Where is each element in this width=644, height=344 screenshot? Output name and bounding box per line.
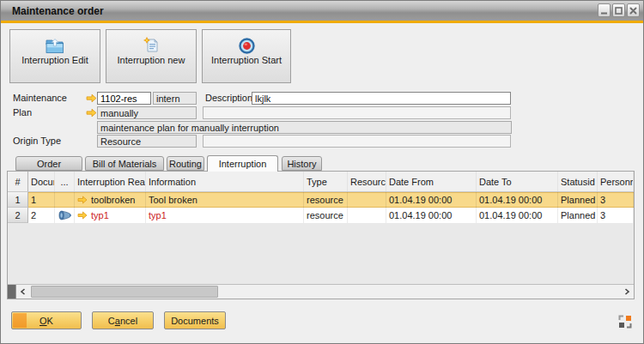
plan-link-arrow-icon[interactable]	[86, 108, 97, 118]
cancel-button[interactable]: Cancel	[92, 311, 154, 329]
maintenance-type-field: intern	[153, 92, 197, 105]
ok-button[interactable]: OK	[11, 311, 82, 329]
maintenance-link-arrow-icon[interactable]	[86, 94, 97, 103]
personnel-cell: 3	[598, 192, 634, 208]
date-to-cell: 01.04.19 00:00	[477, 208, 558, 223]
close-icon	[629, 6, 638, 15]
resource-cell	[348, 192, 386, 208]
link-arrow-icon[interactable]	[77, 196, 88, 204]
origin-type-field: Resource	[97, 135, 197, 148]
maintenance-order-window: Maintenance order Interruption Edit	[0, 0, 644, 344]
col-header-type: Type	[304, 172, 348, 191]
date-to-cell: 01.04.19 00:00	[477, 192, 558, 208]
row-number-cell: 2	[8, 208, 28, 223]
row-icon-cell	[55, 192, 75, 208]
megaphone-icon	[55, 208, 75, 223]
personnel-cell: 3	[598, 208, 634, 223]
col-header-resource: Resource	[348, 172, 386, 191]
document-cell: 2	[28, 208, 55, 223]
type-cell: resource	[304, 208, 348, 223]
description-field[interactable]: lkjlk	[252, 92, 511, 105]
tab-order[interactable]: Order	[15, 156, 82, 171]
table-row[interactable]: 2 2 typ1 typ1 resource 01.04.19 00:00 01…	[8, 208, 634, 223]
origin-type-label: Origin Type	[13, 135, 61, 148]
scrollbar-thumb[interactable]	[31, 286, 218, 298]
chevron-left-icon	[20, 288, 27, 295]
horizontal-scrollbar[interactable]	[8, 284, 634, 299]
statusid-cell: Planned	[558, 192, 598, 208]
default-button-indicator	[13, 313, 27, 328]
plan-note-field: maintenance plan for manually interrupti…	[97, 121, 512, 134]
col-header-ellipsis: ...	[55, 172, 75, 191]
plan-label: Plan	[13, 106, 32, 119]
documents-button[interactable]: Documents	[164, 311, 226, 329]
plan-extra-field	[203, 106, 511, 119]
col-header-information: Information	[146, 172, 304, 191]
col-header-interruption-reason: Interruption Reaso	[75, 172, 146, 191]
chevron-right-icon	[623, 288, 630, 295]
date-from-cell: 01.04.19 00:00	[386, 208, 477, 223]
interruption-new-button[interactable]: Interruption new	[106, 29, 197, 83]
col-header-date-to: Date To	[477, 172, 558, 191]
type-cell: resource	[304, 192, 348, 208]
origin-type-extra-field	[203, 135, 511, 148]
document-cell: 1	[28, 192, 55, 208]
minimize-icon	[599, 6, 609, 15]
tab-bill-of-materials[interactable]: Bill of Materials	[85, 156, 164, 171]
table-header-row: # Docum ... Interruption Reaso Informati…	[8, 172, 634, 192]
col-header-personnel: Personn	[598, 172, 634, 191]
statusid-cell: Planned	[558, 208, 598, 223]
interruption-table: # Docum ... Interruption Reaso Informati…	[7, 171, 635, 299]
tab-interruption[interactable]: Interruption	[207, 155, 278, 172]
interruption-start-button[interactable]: Interruption Start	[202, 29, 291, 83]
reason-text: typ1	[91, 210, 109, 220]
maintenance-label: Maintenance	[13, 92, 67, 105]
maximize-button[interactable]	[612, 3, 625, 17]
new-document-icon	[143, 36, 160, 55]
information-cell: typ1	[146, 208, 304, 223]
link-arrow-icon[interactable]	[77, 211, 88, 220]
tab-history[interactable]: History	[282, 156, 322, 171]
scroll-left-button[interactable]	[16, 285, 30, 299]
col-header-date-from: Date From	[386, 172, 477, 191]
col-header-document: Docum	[28, 172, 55, 191]
minimize-button[interactable]	[598, 3, 611, 17]
scrollbar-split-handle[interactable]	[8, 285, 16, 299]
table-row[interactable]: 1 1 toolbroken Tool broken resource 01.0…	[8, 192, 634, 208]
plan-field: manually	[97, 106, 197, 119]
description-label: Description	[205, 92, 252, 105]
interruption-new-label: Interruption new	[112, 55, 190, 66]
reason-cell: typ1	[75, 208, 146, 223]
maintenance-input[interactable]	[97, 92, 151, 105]
tab-routing[interactable]: Routing	[167, 156, 204, 171]
interruption-edit-button[interactable]: Interruption Edit	[9, 29, 100, 83]
reason-cell: toolbroken	[75, 192, 146, 208]
col-header-row-number: #	[8, 172, 28, 191]
interruption-edit-label: Interruption Edit	[16, 55, 94, 66]
interruption-start-label: Interruption Start	[208, 55, 285, 66]
accent-bar	[1, 21, 643, 23]
col-header-statusid: Statusid	[558, 172, 598, 191]
reason-text: toolbroken	[91, 195, 135, 205]
row-number-cell: 1	[8, 192, 28, 208]
resource-cell	[348, 208, 386, 223]
close-button[interactable]	[627, 3, 640, 17]
information-cell: Tool broken	[146, 192, 304, 208]
date-from-cell: 01.04.19 00:00	[386, 192, 477, 208]
maximize-icon	[614, 6, 623, 15]
title-bar: Maintenance order	[1, 1, 643, 21]
resize-grip-icon[interactable]	[618, 315, 632, 329]
folder-open-icon	[46, 36, 64, 55]
scroll-right-button[interactable]	[620, 285, 634, 299]
window-title: Maintenance order	[12, 5, 104, 17]
record-icon	[239, 36, 255, 55]
